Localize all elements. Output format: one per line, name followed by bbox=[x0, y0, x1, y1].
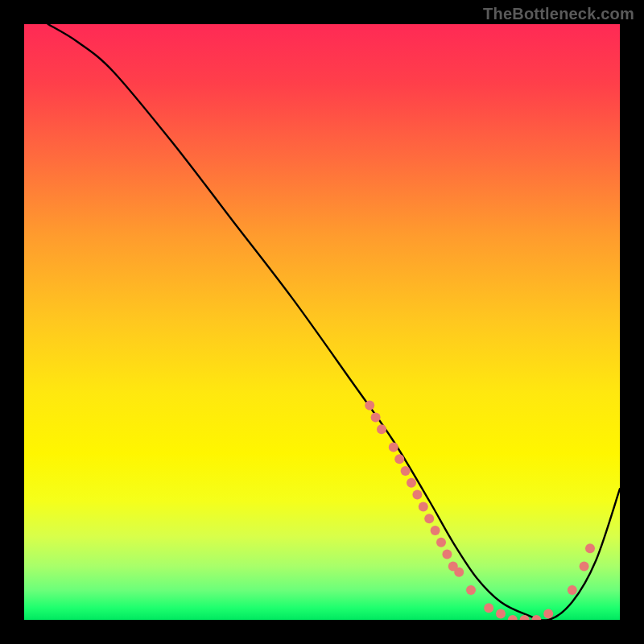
highlighted-point bbox=[568, 585, 577, 595]
bottleneck-curve-path bbox=[48, 24, 620, 620]
highlighted-point bbox=[442, 550, 452, 559]
highlighted-point bbox=[407, 478, 416, 488]
chart-plot-area bbox=[24, 24, 620, 620]
watermark-text: TheBottleneck.com bbox=[483, 5, 634, 23]
highlighted-point bbox=[454, 568, 464, 577]
highlighted-point bbox=[484, 603, 493, 613]
highlighted-point bbox=[508, 615, 518, 620]
highlighted-point bbox=[377, 424, 386, 434]
highlighted-point bbox=[431, 526, 440, 535]
highlighted-point bbox=[496, 609, 506, 619]
highlighted-point bbox=[401, 466, 411, 476]
highlighted-point bbox=[466, 585, 476, 595]
highlighted-point bbox=[419, 502, 428, 511]
highlighted-point bbox=[412, 490, 422, 500]
highlighted-point bbox=[580, 561, 589, 571]
highlighted-point bbox=[389, 442, 398, 452]
highlighted-point bbox=[543, 609, 553, 619]
highlighted-point bbox=[585, 543, 595, 553]
highlighted-point bbox=[394, 454, 404, 464]
highlighted-point bbox=[365, 401, 374, 411]
bottleneck-curve-svg bbox=[24, 24, 620, 620]
highlighted-point bbox=[436, 538, 446, 547]
highlighted-point bbox=[531, 615, 541, 620]
highlighted-point bbox=[371, 412, 381, 422]
highlighted-point bbox=[424, 514, 434, 523]
highlighted-points-group bbox=[365, 401, 595, 620]
